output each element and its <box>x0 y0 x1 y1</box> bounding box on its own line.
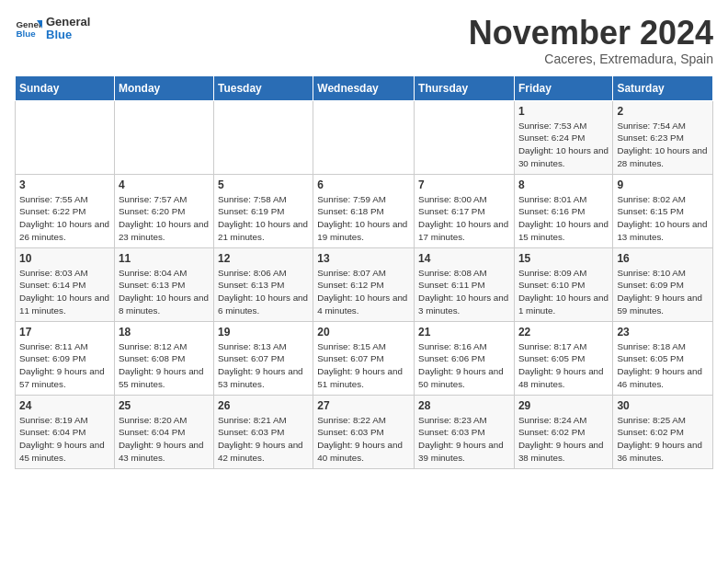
calendar-cell: 9Sunrise: 8:02 AM Sunset: 6:15 PM Daylig… <box>613 174 713 247</box>
day-number: 1 <box>518 105 609 118</box>
day-info: Sunrise: 7:53 AM Sunset: 6:24 PM Dayligh… <box>518 120 609 170</box>
day-info: Sunrise: 8:18 AM Sunset: 6:05 PM Dayligh… <box>617 340 709 391</box>
col-header-wednesday: Wednesday <box>313 75 415 100</box>
day-info: Sunrise: 7:59 AM Sunset: 6:18 PM Dayligh… <box>317 193 410 244</box>
calendar-cell <box>213 100 313 174</box>
calendar-cell: 12Sunrise: 8:06 AM Sunset: 6:13 PM Dayli… <box>213 247 313 321</box>
day-number: 23 <box>617 326 709 339</box>
calendar-title: November 2024 <box>469 15 713 52</box>
day-number: 11 <box>119 252 210 265</box>
day-info: Sunrise: 8:07 AM Sunset: 6:12 PM Dayligh… <box>317 267 410 317</box>
day-number: 7 <box>418 178 510 191</box>
logo: General Blue General Blue <box>15 15 90 42</box>
day-number: 29 <box>518 399 609 412</box>
calendar-cell: 27Sunrise: 8:22 AM Sunset: 6:03 PM Dayli… <box>313 395 415 468</box>
day-number: 21 <box>418 326 510 339</box>
calendar-week-1: 1Sunrise: 7:53 AM Sunset: 6:24 PM Daylig… <box>16 100 713 174</box>
day-number: 20 <box>317 326 410 339</box>
title-block: November 2024 Caceres, Extremadura, Spai… <box>469 15 713 66</box>
day-info: Sunrise: 8:20 AM Sunset: 6:04 PM Dayligh… <box>119 414 210 465</box>
day-info: Sunrise: 8:21 AM Sunset: 6:03 PM Dayligh… <box>218 414 309 465</box>
calendar-cell: 24Sunrise: 8:19 AM Sunset: 6:04 PM Dayli… <box>16 395 115 468</box>
col-header-friday: Friday <box>514 75 612 100</box>
logo-line2: Blue <box>46 29 90 41</box>
day-number: 25 <box>119 399 210 412</box>
calendar-cell: 13Sunrise: 8:07 AM Sunset: 6:12 PM Dayli… <box>313 247 415 321</box>
day-number: 5 <box>218 178 309 191</box>
col-header-tuesday: Tuesday <box>213 75 313 100</box>
calendar-cell: 29Sunrise: 8:24 AM Sunset: 6:02 PM Dayli… <box>514 395 612 468</box>
calendar-cell: 2Sunrise: 7:54 AM Sunset: 6:23 PM Daylig… <box>613 100 713 174</box>
calendar-cell: 30Sunrise: 8:25 AM Sunset: 6:02 PM Dayli… <box>613 395 713 468</box>
day-info: Sunrise: 7:57 AM Sunset: 6:20 PM Dayligh… <box>119 193 210 244</box>
day-info: Sunrise: 7:55 AM Sunset: 6:22 PM Dayligh… <box>19 193 110 244</box>
day-number: 14 <box>418 252 510 265</box>
calendar-week-5: 24Sunrise: 8:19 AM Sunset: 6:04 PM Dayli… <box>16 395 713 468</box>
calendar-cell: 8Sunrise: 8:01 AM Sunset: 6:16 PM Daylig… <box>514 174 612 247</box>
day-number: 8 <box>518 178 609 191</box>
calendar-cell: 22Sunrise: 8:17 AM Sunset: 6:05 PM Dayli… <box>514 321 612 395</box>
day-info: Sunrise: 8:08 AM Sunset: 6:11 PM Dayligh… <box>418 267 510 317</box>
day-info: Sunrise: 8:15 AM Sunset: 6:07 PM Dayligh… <box>317 340 410 391</box>
calendar-cell: 28Sunrise: 8:23 AM Sunset: 6:03 PM Dayli… <box>415 395 515 468</box>
logo-line1: General <box>46 16 90 29</box>
day-number: 12 <box>218 252 309 265</box>
day-number: 22 <box>518 326 609 339</box>
calendar-cell: 6Sunrise: 7:59 AM Sunset: 6:18 PM Daylig… <box>313 174 415 247</box>
calendar-cell: 18Sunrise: 8:12 AM Sunset: 6:08 PM Dayli… <box>114 321 213 395</box>
day-number: 17 <box>19 326 110 339</box>
logo-icon: General Blue <box>15 15 42 42</box>
day-number: 2 <box>617 105 709 118</box>
day-info: Sunrise: 8:04 AM Sunset: 6:13 PM Dayligh… <box>119 267 210 317</box>
col-header-saturday: Saturday <box>613 75 713 100</box>
calendar-cell: 5Sunrise: 7:58 AM Sunset: 6:19 PM Daylig… <box>213 174 313 247</box>
calendar-cell <box>415 100 515 174</box>
calendar-week-4: 17Sunrise: 8:11 AM Sunset: 6:09 PM Dayli… <box>16 321 713 395</box>
day-number: 18 <box>119 326 210 339</box>
calendar-cell: 26Sunrise: 8:21 AM Sunset: 6:03 PM Dayli… <box>213 395 313 468</box>
day-info: Sunrise: 8:09 AM Sunset: 6:10 PM Dayligh… <box>518 267 609 317</box>
calendar-cell: 4Sunrise: 7:57 AM Sunset: 6:20 PM Daylig… <box>114 174 213 247</box>
calendar-cell: 10Sunrise: 8:03 AM Sunset: 6:14 PM Dayli… <box>16 247 115 321</box>
day-info: Sunrise: 8:02 AM Sunset: 6:15 PM Dayligh… <box>617 193 709 244</box>
calendar-cell: 23Sunrise: 8:18 AM Sunset: 6:05 PM Dayli… <box>613 321 713 395</box>
col-header-thursday: Thursday <box>415 75 515 100</box>
calendar-cell: 7Sunrise: 8:00 AM Sunset: 6:17 PM Daylig… <box>415 174 515 247</box>
day-number: 3 <box>19 178 110 191</box>
day-number: 6 <box>317 178 410 191</box>
day-info: Sunrise: 8:17 AM Sunset: 6:05 PM Dayligh… <box>518 340 609 391</box>
day-info: Sunrise: 8:25 AM Sunset: 6:02 PM Dayligh… <box>617 414 709 465</box>
header: General Blue General Blue November 2024 … <box>15 15 713 66</box>
svg-text:Blue: Blue <box>17 29 37 39</box>
day-info: Sunrise: 7:54 AM Sunset: 6:23 PM Dayligh… <box>617 120 709 170</box>
day-info: Sunrise: 8:00 AM Sunset: 6:17 PM Dayligh… <box>418 193 510 244</box>
day-info: Sunrise: 8:10 AM Sunset: 6:09 PM Dayligh… <box>617 267 709 317</box>
calendar-cell: 16Sunrise: 8:10 AM Sunset: 6:09 PM Dayli… <box>613 247 713 321</box>
day-number: 10 <box>19 252 110 265</box>
calendar-table: SundayMondayTuesdayWednesdayThursdayFrid… <box>15 75 713 469</box>
day-info: Sunrise: 8:24 AM Sunset: 6:02 PM Dayligh… <box>518 414 609 465</box>
day-info: Sunrise: 7:58 AM Sunset: 6:19 PM Dayligh… <box>218 193 309 244</box>
calendar-cell: 17Sunrise: 8:11 AM Sunset: 6:09 PM Dayli… <box>16 321 115 395</box>
day-number: 9 <box>617 178 709 191</box>
calendar-cell <box>313 100 415 174</box>
day-number: 24 <box>19 399 110 412</box>
col-header-monday: Monday <box>114 75 213 100</box>
day-number: 4 <box>119 178 210 191</box>
day-info: Sunrise: 8:03 AM Sunset: 6:14 PM Dayligh… <box>19 267 110 317</box>
day-info: Sunrise: 8:11 AM Sunset: 6:09 PM Dayligh… <box>19 340 110 391</box>
day-number: 26 <box>218 399 309 412</box>
day-number: 28 <box>418 399 510 412</box>
day-number: 27 <box>317 399 410 412</box>
calendar-cell: 25Sunrise: 8:20 AM Sunset: 6:04 PM Dayli… <box>114 395 213 468</box>
day-info: Sunrise: 8:16 AM Sunset: 6:06 PM Dayligh… <box>418 340 510 391</box>
day-number: 30 <box>617 399 709 412</box>
calendar-subtitle: Caceres, Extremadura, Spain <box>469 52 713 66</box>
day-info: Sunrise: 8:23 AM Sunset: 6:03 PM Dayligh… <box>418 414 510 465</box>
day-info: Sunrise: 8:19 AM Sunset: 6:04 PM Dayligh… <box>19 414 110 465</box>
calendar-week-2: 3Sunrise: 7:55 AM Sunset: 6:22 PM Daylig… <box>16 174 713 247</box>
header-row: SundayMondayTuesdayWednesdayThursdayFrid… <box>16 75 713 100</box>
day-number: 19 <box>218 326 309 339</box>
calendar-cell <box>16 100 115 174</box>
calendar-cell: 1Sunrise: 7:53 AM Sunset: 6:24 PM Daylig… <box>514 100 612 174</box>
